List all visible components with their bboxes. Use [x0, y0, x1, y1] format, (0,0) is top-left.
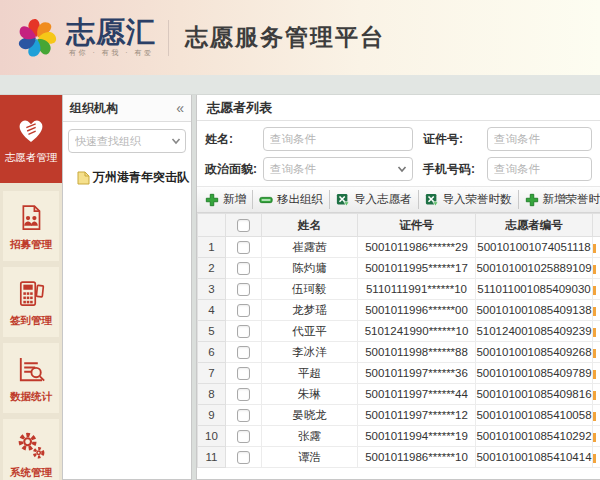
col-id-number[interactable]: 证件号: [358, 214, 476, 237]
remove-from-org-button[interactable]: 移出组织: [253, 190, 330, 209]
cell-name: 平超: [262, 363, 358, 384]
sidebar-item-label: 签到管理: [10, 314, 52, 328]
sidebar-item-label: 系统管理: [10, 466, 52, 480]
sidebar-item-data-statistics[interactable]: 数据统计: [3, 343, 59, 413]
cell-cutoff: [593, 363, 600, 384]
import-honor-hours-button[interactable]: 导入荣誉时数: [419, 190, 519, 209]
row-number: 2: [198, 258, 226, 279]
row-number: 11: [198, 447, 226, 468]
cell-cutoff: [593, 300, 600, 321]
cell-name: 李冰洋: [262, 342, 358, 363]
cell-volunteer-number: 500101001085410058: [476, 405, 593, 426]
row-number: 4: [198, 300, 226, 321]
cell-id-number: 5001011996******00: [358, 300, 476, 321]
sidebar-item-checkin-management[interactable]: 签到管理: [3, 267, 59, 337]
cell-cutoff: [593, 237, 600, 258]
col-name[interactable]: 姓名: [262, 214, 358, 237]
panel-title: 志愿者列表: [197, 95, 600, 121]
row-number: 7: [198, 363, 226, 384]
cell-name: 张露: [262, 426, 358, 447]
cell-volunteer-number: 500101001085409268: [476, 342, 593, 363]
row-checkbox[interactable]: [237, 346, 250, 359]
add-honor-hours-button[interactable]: 新增荣誉时数: [519, 190, 600, 209]
import-volunteers-button[interactable]: 导入志愿者: [330, 190, 419, 209]
row-number: 8: [198, 384, 226, 405]
cell-cutoff: [593, 321, 600, 342]
table-row[interactable]: 5代亚平5101241990******10510124001085409239: [198, 321, 600, 342]
add-button[interactable]: 新增: [199, 190, 253, 209]
select-all-checkbox[interactable]: [237, 219, 250, 232]
table-row[interactable]: 9晏晓龙5001011997******12500101001085410058: [198, 405, 600, 426]
cell-id-number: 5101241990******10: [358, 321, 476, 342]
id-filter-input[interactable]: [487, 127, 592, 151]
table-row[interactable]: 11谭浩5001011986******10500101001085410414: [198, 447, 600, 468]
org-search-input[interactable]: [68, 129, 186, 153]
page-title: 志愿服务管理平台: [185, 22, 385, 53]
row-checkbox[interactable]: [237, 283, 250, 296]
chart-magnifier-icon: [14, 353, 48, 387]
row-number: 9: [198, 405, 226, 426]
sidebar-item-volunteer-management[interactable]: 志愿者管理: [0, 95, 62, 183]
cell-volunteer-number: 500101001085409789: [476, 363, 593, 384]
sidebar-item-recruit-management[interactable]: 招募管理: [3, 191, 59, 261]
col-volunteer-number[interactable]: 志愿者编号: [476, 214, 593, 237]
flower-logo-icon: [14, 15, 60, 61]
chevron-down-icon[interactable]: [171, 136, 181, 146]
cell-id-number: 5110111991******10: [358, 279, 476, 300]
row-checkbox[interactable]: [237, 409, 250, 422]
org-panel: 组织机构 « 万州港青年突击队: [62, 95, 192, 480]
sidebar-item-system-management[interactable]: 系统管理: [3, 419, 59, 480]
table-row[interactable]: 7平超5001011997******36500101001085409789: [198, 363, 600, 384]
row-checkbox[interactable]: [237, 304, 250, 317]
political-filter-select[interactable]: 查询条件: [263, 157, 413, 181]
cell-volunteer-number: 500101001025889109: [476, 258, 593, 279]
cell-volunteer-number: 500101001085409138: [476, 300, 593, 321]
collapse-panel-icon[interactable]: «: [176, 101, 184, 115]
table-row[interactable]: 3伍珂毅5110111991******10511011001085409030: [198, 279, 600, 300]
row-checkbox[interactable]: [237, 430, 250, 443]
cell-name: 龙梦瑶: [262, 300, 358, 321]
table-row[interactable]: 8朱琳5001011997******44500101001085409816: [198, 384, 600, 405]
org-tree-item[interactable]: 万州港青年突击队: [77, 169, 187, 186]
cell-cutoff: [593, 384, 600, 405]
cell-id-number: 5001011986******10: [358, 447, 476, 468]
name-filter-label: 姓名:: [205, 131, 263, 148]
cell-volunteer-number: 500101001074051118: [476, 237, 593, 258]
row-checkbox[interactable]: [237, 262, 250, 275]
row-checkbox[interactable]: [237, 367, 250, 380]
toolbar: 新增 移出组织 导入志愿者: [197, 186, 600, 213]
table-row[interactable]: 1崔露茜5001011986******29500101001074051118: [198, 237, 600, 258]
table-row[interactable]: 4龙梦瑶5001011996******00500101001085409138: [198, 300, 600, 321]
col-cutoff: [593, 214, 600, 237]
name-filter-input[interactable]: [263, 127, 413, 151]
cell-id-number: 5001011997******36: [358, 363, 476, 384]
row-number: 3: [198, 279, 226, 300]
cell-volunteer-number: 500101001085409816: [476, 384, 593, 405]
cell-name: 谭浩: [262, 447, 358, 468]
row-number: 5: [198, 321, 226, 342]
cell-id-number: 5001011995******17: [358, 258, 476, 279]
phone-filter-input[interactable]: [487, 157, 592, 181]
cell-name: 晏晓龙: [262, 405, 358, 426]
app-logo: 志愿汇 有你 · 有我 · 有爱: [0, 15, 156, 61]
sidebar-item-label: 志愿者管理: [5, 151, 58, 165]
volunteer-table-body: 1崔露茜5001011986******29500101001074051118…: [198, 237, 600, 468]
row-checkbox[interactable]: [237, 241, 250, 254]
cell-id-number: 5001011994******19: [358, 426, 476, 447]
row-number: 6: [198, 342, 226, 363]
cell-id-number: 5001011997******12: [358, 405, 476, 426]
cell-volunteer-number: 500101001085410292: [476, 426, 593, 447]
excel-import-icon: [336, 193, 350, 207]
row-checkbox[interactable]: [237, 388, 250, 401]
cell-cutoff: [593, 405, 600, 426]
add-honor-hours-label: 新增荣誉时数: [543, 192, 600, 207]
import-volunteers-label: 导入志愿者: [354, 192, 412, 207]
table-row[interactable]: 6李冰洋5001011998******88500101001085409268: [198, 342, 600, 363]
filter-bar: 姓名: 证件号: 政治面貌: 查询条件 手机号码:: [197, 121, 600, 186]
table-row[interactable]: 10张露5001011994******19500101001085410292: [198, 426, 600, 447]
row-checkbox[interactable]: [237, 451, 250, 464]
table-row[interactable]: 2陈灼墉5001011995******17500101001025889109: [198, 258, 600, 279]
cell-name: 陈灼墉: [262, 258, 358, 279]
cell-name: 崔露茜: [262, 237, 358, 258]
row-checkbox[interactable]: [237, 325, 250, 338]
